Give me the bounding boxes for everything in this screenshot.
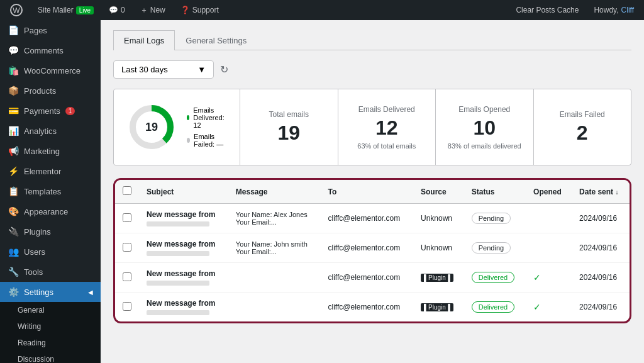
stat-card-delivered: Emails Delivered 12 63% of total emails (338, 89, 436, 165)
sidebar-item-label: Pages (24, 26, 47, 35)
chevron-down-icon: ▼ (197, 65, 206, 74)
sidebar-item-users[interactable]: 👥 Users (0, 242, 101, 262)
status-badge: Delivered (472, 272, 514, 283)
row-checkbox[interactable] (123, 213, 131, 222)
support-label: Support (192, 6, 219, 14)
new-content-bar[interactable]: ＋ New (135, 5, 170, 16)
settings-submenu: General Writing Reading Discussion Media… (0, 302, 101, 363)
row-subject: New message from (139, 293, 228, 322)
sidebar-item-products[interactable]: 📦 Products (0, 81, 101, 101)
refresh-button[interactable]: ↻ (220, 64, 228, 75)
clear-cache-label: Clear Posts Cache (516, 6, 579, 14)
stat-value-opened: 10 (473, 116, 496, 140)
sidebar-item-comments[interactable]: 💬 Comments (0, 40, 101, 60)
sidebar-item-marketing[interactable]: 📢 Marketing (0, 141, 101, 161)
failed-dot (187, 138, 190, 143)
row-source: Unknown (413, 233, 464, 263)
row-date: 2024/09/16 (572, 233, 630, 263)
sidebar-item-plugins[interactable]: 🔌 Plugins (0, 221, 101, 242)
row-to: cliffc@elementor.com (321, 293, 413, 322)
row-to: cliffc@elementor.com (321, 204, 413, 233)
sidebar-item-label: WooCommerce (24, 66, 80, 75)
howdy-bar[interactable]: Howdy, Cliff (589, 6, 639, 14)
legend-failed: Emails Failed: — (187, 133, 227, 148)
stat-sub-delivered: 63% of total emails (357, 142, 416, 150)
sidebar-item-appearance[interactable]: 🎨 Appearance (0, 201, 101, 221)
analytics-icon: 📊 (8, 126, 19, 136)
site-name-bar[interactable]: Site Mailer Live (33, 6, 99, 14)
status-badge: Pending (472, 213, 511, 224)
row-status: Delivered (464, 263, 526, 293)
row-message: Your Name: John smith Your Email:... (228, 233, 321, 263)
sidebar-item-settings[interactable]: ⚙️ Settings ◀ (0, 282, 101, 302)
sidebar-item-label: Templates (24, 187, 61, 196)
stat-label-delivered: Emails Delivered (358, 105, 415, 114)
row-status: Pending (464, 204, 526, 233)
submenu-item-discussion[interactable]: Discussion (0, 351, 101, 363)
row-status: Pending (464, 233, 526, 263)
support-bar[interactable]: ❓ Support (175, 6, 224, 14)
sidebar-item-woocommerce[interactable]: 🛍️ WooCommerce (0, 60, 101, 81)
subject-text: New message from (147, 210, 221, 219)
th-date[interactable]: Date sent ↓ (572, 180, 630, 204)
site-name-text: Site Mailer (38, 6, 74, 14)
stat-card-opened: Emails Opened 10 83% of emails delivered (436, 89, 533, 165)
sidebar-item-label: Settings (24, 288, 53, 297)
sidebar-item-pages[interactable]: 📄 Pages (0, 20, 101, 40)
row-opened (526, 204, 572, 233)
status-badge: Pending (472, 242, 511, 254)
tab-email-logs[interactable]: Email Logs (113, 30, 175, 50)
support-icon: ❓ (180, 6, 190, 14)
stat-label-failed: Emails Failed (560, 110, 605, 119)
row-opened: ✓ (526, 293, 572, 322)
row-opened: ✓ (526, 263, 572, 293)
sidebar-item-label: Products (24, 86, 56, 96)
submenu-item-reading[interactable]: Reading (0, 335, 101, 351)
row-checkbox[interactable] (123, 272, 131, 281)
stat-card-total: Total emails 19 (240, 89, 338, 165)
delivered-dot (187, 115, 189, 120)
comments-count: 0 (121, 6, 125, 14)
donut-card: 19 Emails Delivered: 12 Emails Failed: — (114, 89, 240, 165)
row-checkbox-cell (115, 233, 139, 263)
failed-legend-label: Emails Failed: — (194, 133, 227, 148)
templates-icon: 📋 (8, 186, 19, 196)
row-subject: New message from (139, 233, 228, 263)
comments-bar[interactable]: 💬 0 (104, 6, 130, 14)
admin-sidebar: 📄 Pages 💬 Comments 🛍️ WooCommerce 📦 Prod… (0, 0, 101, 363)
subject-text: New message from (147, 299, 221, 308)
table-row: New message from Your Name: Alex Jones Y… (115, 204, 630, 233)
subject-text: New message from (147, 269, 221, 278)
row-checkbox[interactable] (123, 243, 131, 252)
sidebar-item-label: Users (24, 247, 45, 257)
row-checkbox-cell (115, 293, 139, 322)
sidebar-item-analytics[interactable]: 📊 Analytics (0, 121, 101, 141)
sidebar-item-templates[interactable]: 📋 Templates (0, 181, 101, 201)
submenu-item-general[interactable]: General (0, 302, 101, 318)
products-icon: 📦 (8, 86, 19, 96)
sidebar-item-label: Comments (24, 46, 64, 55)
tab-general-settings[interactable]: General Settings (175, 30, 257, 50)
stat-label-opened: Emails Opened (458, 105, 510, 114)
th-subject: Subject (139, 180, 228, 204)
stat-value-delivered: 12 (375, 116, 398, 140)
submenu-item-writing[interactable]: Writing (0, 318, 101, 335)
live-badge: Live (76, 6, 94, 14)
row-checkbox[interactable] (123, 302, 131, 311)
date-range-select[interactable]: Last 30 days ▼ (113, 60, 214, 79)
row-checkbox-cell (115, 204, 139, 233)
sidebar-item-tools[interactable]: 🔧 Tools (0, 262, 101, 282)
table-row: New message from cliffc@elementor.com ▌P… (115, 263, 630, 293)
donut-total: 19 (145, 121, 158, 134)
comment-icon: 💬 (109, 6, 118, 14)
wp-logo[interactable]: W (5, 4, 28, 16)
legend-delivered: Emails Delivered: 12 (187, 106, 227, 129)
select-all-checkbox[interactable] (123, 186, 131, 195)
sidebar-item-payments[interactable]: 💳 Payments 1 (0, 101, 101, 121)
woocommerce-icon: 🛍️ (8, 65, 19, 75)
row-subject: New message from (139, 263, 228, 293)
sidebar-item-elementor[interactable]: ⚡ Elementor (0, 161, 101, 181)
check-icon: ✓ (533, 272, 541, 282)
clear-cache-bar[interactable]: Clear Posts Cache (511, 6, 584, 14)
th-checkbox (115, 180, 139, 204)
